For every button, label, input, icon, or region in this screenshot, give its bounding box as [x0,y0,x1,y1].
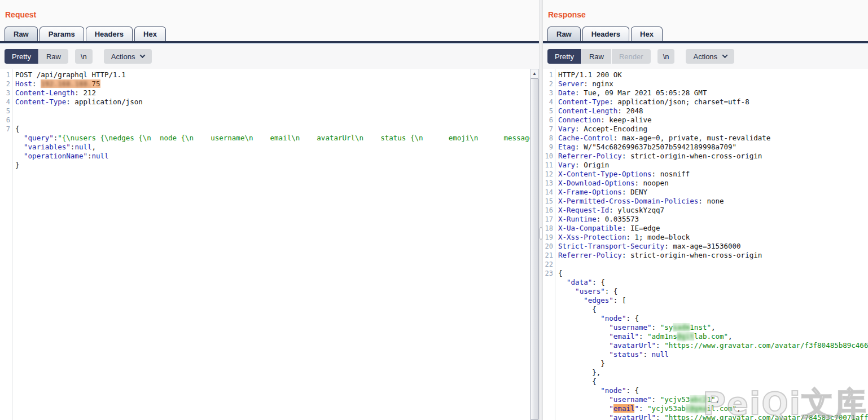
code-line: "email": "ycjv53abc@gmail.com", [543,404,868,413]
request-scrollbar-thumb[interactable] [530,78,539,420]
code-line: 10Referrer-Policy: strict-origin-when-cr… [543,152,868,161]
chevron-down-icon [140,52,146,58]
response-panel: Response Raw Headers Hex Pretty Raw Rend… [543,0,868,420]
line-number [543,395,553,404]
line-number: 12 [543,170,553,179]
request-toolbar: Pretty Raw \n Actions [0,44,539,69]
code-line: "operationName":null [0,152,539,161]
code-line: 11Vary: Origin [543,161,868,170]
code-line: 2Server: nginx [543,79,868,89]
line-number: 2 [0,79,10,89]
line-number [543,404,553,413]
line-number [543,368,553,377]
line-number: 3 [0,89,10,98]
request-actions-button[interactable]: Actions [104,49,152,64]
line-number [543,296,553,305]
code-line: "avatarUrl": "https://www.gravatar.com/a… [543,413,868,420]
panel-splitter[interactable] [539,0,543,420]
line-number: 23 [543,269,553,278]
request-show-newlines-button[interactable]: \n [75,49,93,64]
line-number [0,134,10,143]
code-line: 21Referrer-Policy: strict-origin-when-cr… [543,251,868,260]
code-line: { [543,305,868,314]
line-number: 11 [543,161,553,170]
line-number [543,314,553,323]
response-tab-hex[interactable]: Hex [631,26,663,41]
request-editor[interactable]: 1POST /api/graphql HTTP/1.12Host: 192.16… [0,69,539,420]
response-tab-raw[interactable]: Raw [547,26,581,41]
splitter-grip-icon[interactable] [540,227,542,240]
line-number [543,287,553,296]
line-number [543,341,553,350]
response-view-pretty[interactable]: Pretty [547,49,581,64]
line-number [0,161,10,170]
code-line: 19X-Xss-Protection: 1; mode=block [543,233,868,242]
line-number [0,143,10,152]
code-line: "status": null [543,350,868,359]
response-actions-button[interactable]: Actions [686,49,734,64]
request-tab-headers[interactable]: Headers [86,26,133,41]
code-line: 6Connection: keep-alive [543,116,868,125]
code-line: 20Strict-Transport-Security: max-age=315… [543,242,868,251]
line-number: 2 [543,79,553,89]
line-number [543,386,553,395]
chevron-down-icon [722,52,728,58]
code-line: "avatarUrl": "https://www.gravatar.com/a… [543,341,868,350]
code-line: 5 [0,107,539,116]
line-number: 17 [543,215,553,224]
response-title: Response [548,10,586,19]
code-line: } [0,161,539,170]
code-line: "query":"{\nusers {\nedges {\n node {\n … [0,134,539,143]
code-line: 7Vary: Accept-Encoding [543,125,868,134]
code-line: 17X-Runtime: 0.035573 [543,215,868,224]
request-tab-params[interactable]: Params [40,26,84,41]
line-number: 18 [543,224,553,233]
code-line: 3Content-Length: 212 [0,89,539,98]
code-line: "node": { [543,314,868,323]
code-line: 6 [0,116,539,125]
response-view-render[interactable]: Render [612,49,651,64]
request-panel: Request Raw Params Headers Hex Pretty Ra… [0,0,539,420]
code-line: } [543,359,868,368]
line-number: 4 [543,98,553,107]
code-line: 1HTTP/1.1 200 OK [543,70,868,79]
code-line: "node": { [543,386,868,395]
response-tab-headers[interactable]: Headers [582,26,629,41]
request-header: Request Raw Params Headers Hex [0,0,539,41]
response-toolbar: Pretty Raw Render \n Actions [543,44,868,69]
code-line: "variables":null, [0,143,539,152]
line-number [543,377,553,386]
response-show-newlines-button[interactable]: \n [657,49,675,64]
line-number [543,359,553,368]
scroll-up-icon[interactable]: ▲ [530,69,539,78]
request-scrollbar[interactable]: ▲ [530,69,539,420]
request-tab-raw[interactable]: Raw [5,26,38,41]
line-number [543,413,553,420]
code-line: "username": "ycjv53abc21", [543,395,868,404]
response-view-switch: Pretty Raw Render [547,49,651,64]
code-line: 22 [543,260,868,269]
line-number: 7 [543,125,553,134]
code-line: 23{ [543,269,868,278]
line-number [0,152,10,161]
request-view-switch: Pretty Raw [5,49,68,64]
request-title: Request [5,10,36,19]
line-number: 1 [543,70,553,79]
response-editor[interactable]: 1HTTP/1.1 200 OK2Server: nginx3Date: Tue… [543,69,868,420]
line-number: 3 [543,89,553,98]
line-number: 19 [543,233,553,242]
request-view-raw[interactable]: Raw [39,49,68,64]
code-line: 3Date: Tue, 09 Mar 2021 05:05:28 GMT [543,89,868,98]
line-number: 10 [543,152,553,161]
code-line: "users": { [543,287,868,296]
code-line: 18X-Ua-Compatible: IE=edge [543,224,868,233]
request-tab-hex[interactable]: Hex [134,26,166,41]
code-line: 7{ [0,125,539,134]
response-view-raw[interactable]: Raw [582,49,611,64]
code-line: "edges": [ [543,296,868,305]
request-view-pretty[interactable]: Pretty [5,49,38,64]
line-number: 5 [0,107,10,116]
line-number: 4 [0,98,10,107]
code-line: 2Host: 192.168.188.75 [0,79,539,89]
code-line: 14X-Frame-Options: DENY [543,188,868,197]
